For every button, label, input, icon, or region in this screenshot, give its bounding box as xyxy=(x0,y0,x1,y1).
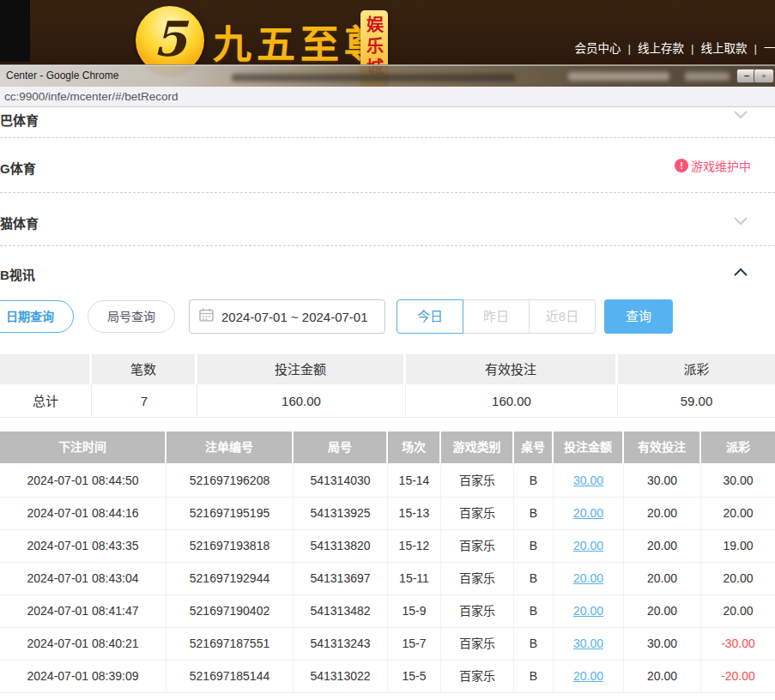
table-cell: B xyxy=(514,530,554,562)
chevron-up-icon xyxy=(733,265,748,281)
screen: 5 九五至尊 娱乐城 会员中心|线上存款|线上取款|一键 Center - Go… xyxy=(0,0,775,700)
table-row: 2024-07-01 08:43:04521697192944541313697… xyxy=(0,563,775,595)
table-cell: 20.00 xyxy=(624,498,701,529)
table-cell: B xyxy=(514,661,554,692)
bet-col-header: 注单编号 xyxy=(167,431,294,463)
bet-amount-link[interactable]: 20.00 xyxy=(573,506,603,520)
table-cell: B xyxy=(514,465,554,497)
table-cell: 541313925 xyxy=(294,498,388,529)
table-cell: 541313697 xyxy=(294,563,388,594)
section-ba-sports[interactable]: 巴体育 xyxy=(0,107,775,138)
maximize-button[interactable]: ▫ xyxy=(754,69,774,83)
table-cell: 2024-07-01 08:44:16 xyxy=(0,498,167,529)
table-cell: 2024-07-01 08:41:47 xyxy=(0,595,167,627)
table-cell: B xyxy=(514,563,554,594)
last-8-days-button[interactable]: 近8日 xyxy=(529,299,596,334)
table-row: 2024-07-01 08:44:16521697195195541313925… xyxy=(0,498,775,530)
round-query-tab[interactable]: 局号查询 xyxy=(88,300,175,333)
summary-col-header: 投注金额 xyxy=(197,354,406,384)
summary-col-header: 有效投注 xyxy=(406,354,618,384)
table-cell: 20.00 xyxy=(701,498,775,529)
table-cell: 20.00 xyxy=(554,595,624,627)
table-cell: -20.00 xyxy=(701,661,775,692)
date-range-input[interactable]: 2024-07-01 ~ 2024-07-01 xyxy=(189,299,385,334)
table-cell: 15-11 xyxy=(388,563,441,594)
table-cell: 20.00 xyxy=(554,563,624,594)
table-cell: 2024-07-01 08:43:35 xyxy=(0,530,167,562)
table-cell: 2024-07-01 08:44:50 xyxy=(0,465,167,497)
table-cell: 30.00 xyxy=(554,628,624,660)
table-cell: 20.00 xyxy=(554,498,624,529)
yesterday-button[interactable]: 昨日 xyxy=(463,299,530,334)
nav-member-center[interactable]: 会员中心 xyxy=(574,42,621,55)
table-cell: 2024-07-01 08:40:21 xyxy=(0,628,167,660)
table-cell: 百家乐 xyxy=(441,563,514,594)
nav-online-withdraw[interactable]: 线上取款 xyxy=(700,42,747,55)
table-cell: B xyxy=(514,595,554,627)
summary-payout: 59.00 xyxy=(618,384,775,418)
site-banner: 5 九五至尊 娱乐城 会员中心|线上存款|线上取款|一键 xyxy=(0,0,775,64)
nav-separator: | xyxy=(754,42,757,55)
section-b-live[interactable]: B视讯 xyxy=(0,246,775,294)
maintenance-badge: ! 游戏维护中 xyxy=(675,157,751,174)
summary-col-header xyxy=(0,354,92,384)
table-cell: 百家乐 xyxy=(441,628,514,660)
table-row: 2024-07-01 08:39:09521697185144541313022… xyxy=(0,661,775,693)
logo-number: 5 xyxy=(154,15,187,63)
chevron-down-icon xyxy=(733,107,748,123)
table-row: 2024-07-01 08:44:50521697196208541314030… xyxy=(0,465,775,498)
calendar-icon xyxy=(199,308,214,325)
url-text: cc:9900/infe/mcenter/#/betRecord xyxy=(4,87,179,106)
quick-range-group: 今日 昨日 近8日 xyxy=(397,299,596,334)
bet-amount-link[interactable]: 20.00 xyxy=(573,604,603,618)
bet-amount-link[interactable]: 30.00 xyxy=(573,637,603,650)
table-cell: 521697190402 xyxy=(167,595,294,627)
table-cell: 521697187551 xyxy=(167,628,294,660)
table-cell: 20.00 xyxy=(554,530,624,562)
nav-separator: | xyxy=(691,42,694,55)
table-row: 2024-07-01 08:43:35521697193818541313820… xyxy=(0,530,775,563)
chevron-down-icon xyxy=(733,214,748,229)
table-cell: 百家乐 xyxy=(441,595,514,627)
section-mao-sports[interactable]: 猫体育 xyxy=(0,193,775,246)
table-cell: 15-14 xyxy=(388,465,441,497)
bet-amount-link[interactable]: 20.00 xyxy=(573,539,603,552)
bet-col-header: 投注金额 xyxy=(554,431,624,463)
table-cell: 15-5 xyxy=(388,661,441,692)
today-button[interactable]: 今日 xyxy=(397,299,463,334)
table-cell: 15-9 xyxy=(388,595,441,627)
filter-toolbar: 日期查询 局号查询 2024-07-01 ~ 2024-07-01 今日 昨日 … xyxy=(0,299,775,334)
table-cell: 521697192944 xyxy=(167,563,294,594)
table-cell: 30.00 xyxy=(554,465,624,497)
date-query-tab[interactable]: 日期查询 xyxy=(0,300,74,333)
bet-col-header: 桌号 xyxy=(514,431,554,463)
bet-amount-link[interactable]: 20.00 xyxy=(573,669,603,683)
bet-amount-link[interactable]: 20.00 xyxy=(573,571,603,585)
bet-col-header: 局号 xyxy=(294,431,388,463)
window-titlebar[interactable]: Center - Google Chrome – ▫ xyxy=(0,64,775,88)
warning-icon: ! xyxy=(675,159,688,172)
search-button[interactable]: 查询 xyxy=(604,299,673,334)
bet-amount-link[interactable]: 30.00 xyxy=(573,474,603,487)
table-cell: 30.00 xyxy=(624,628,701,660)
table-cell: 521697193818 xyxy=(167,530,294,562)
table-cell: 19.00 xyxy=(701,530,775,562)
table-cell: 15-13 xyxy=(388,498,441,529)
table-cell: 百家乐 xyxy=(441,661,514,692)
blurred-text xyxy=(685,72,730,81)
nav-separator: | xyxy=(627,42,631,55)
summary-col-header: 笔数 xyxy=(92,354,197,384)
table-cell: 521697185144 xyxy=(167,661,294,692)
section-label: 猫体育 xyxy=(0,214,39,232)
nav-online-deposit[interactable]: 线上存款 xyxy=(638,42,684,55)
blurred-reflection xyxy=(232,74,515,81)
table-cell: 541313820 xyxy=(294,530,388,562)
summary-count: 7 xyxy=(92,384,197,418)
table-cell: 百家乐 xyxy=(441,498,514,529)
nav-one-key[interactable]: 一键 xyxy=(764,42,775,55)
table-cell: 541313482 xyxy=(294,595,388,627)
summary-total-label: 总计 xyxy=(0,384,92,418)
url-bar[interactable]: cc:9900/infe/mcenter/#/betRecord xyxy=(0,87,775,107)
section-g-sports[interactable]: G体育 ! 游戏维护中 xyxy=(0,138,775,193)
bet-col-header: 派彩 xyxy=(701,431,775,463)
